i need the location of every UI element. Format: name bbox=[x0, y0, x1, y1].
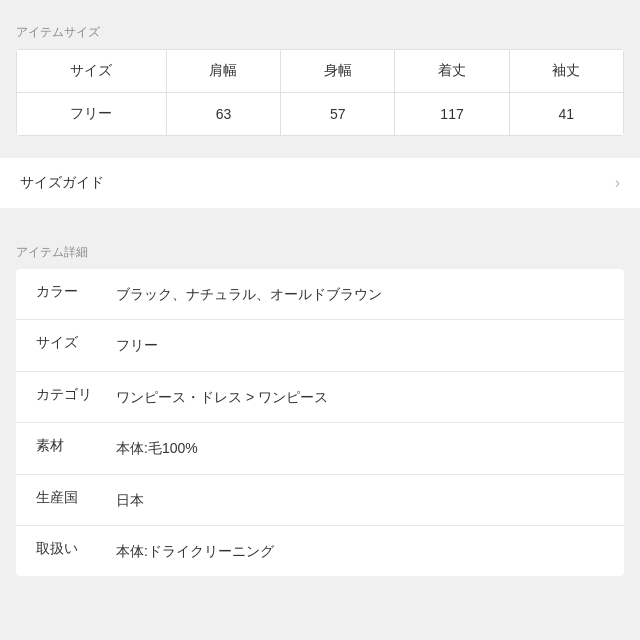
size-guide-label: サイズガイド bbox=[20, 174, 104, 192]
detail-row: 素材本体:毛100% bbox=[16, 423, 624, 474]
detail-value: ブラック、ナチュラル、オールドブラウン bbox=[116, 283, 604, 305]
size-table-wrapper: サイズ肩幅身幅着丈袖丈 フリー635711741 bbox=[16, 49, 624, 136]
detail-key: 生産国 bbox=[36, 489, 116, 507]
table-header-cell: 袖丈 bbox=[509, 50, 623, 93]
table-cell: 63 bbox=[166, 93, 280, 136]
top-spacer bbox=[0, 0, 640, 12]
details-table-wrapper: カラーブラック、ナチュラル、オールドブラウンサイズフリーカテゴリワンピース・ドレ… bbox=[16, 269, 624, 576]
size-guide-row[interactable]: サイズガイド › bbox=[0, 158, 640, 208]
detail-key: 取扱い bbox=[36, 540, 116, 558]
table-cell: 41 bbox=[509, 93, 623, 136]
table-header-cell: 肩幅 bbox=[166, 50, 280, 93]
table-header-cell: 身幅 bbox=[281, 50, 395, 93]
detail-row: 取扱い本体:ドライクリーニング bbox=[16, 526, 624, 576]
table-cell: 57 bbox=[281, 93, 395, 136]
detail-value: 本体:ドライクリーニング bbox=[116, 540, 604, 562]
item-size-section: アイテムサイズ サイズ肩幅身幅着丈袖丈 フリー635711741 bbox=[0, 12, 640, 142]
detail-row: サイズフリー bbox=[16, 320, 624, 371]
table-header-row: サイズ肩幅身幅着丈袖丈 bbox=[17, 50, 624, 93]
detail-row: カテゴリワンピース・ドレス > ワンピース bbox=[16, 372, 624, 423]
detail-value: ワンピース・ドレス > ワンピース bbox=[116, 386, 604, 408]
detail-key: カテゴリ bbox=[36, 386, 116, 404]
table-header-cell: 着丈 bbox=[395, 50, 509, 93]
detail-value: 本体:毛100% bbox=[116, 437, 604, 459]
detail-value: 日本 bbox=[116, 489, 604, 511]
detail-key: 素材 bbox=[36, 437, 116, 455]
detail-key: サイズ bbox=[36, 334, 116, 352]
item-size-label: アイテムサイズ bbox=[16, 24, 624, 41]
table-cell: フリー bbox=[17, 93, 167, 136]
divider-1 bbox=[0, 142, 640, 158]
item-details-section: アイテム詳細 カラーブラック、ナチュラル、オールドブラウンサイズフリーカテゴリワ… bbox=[0, 232, 640, 582]
divider-2 bbox=[0, 208, 640, 224]
chevron-right-icon: › bbox=[615, 174, 620, 192]
table-cell: 117 bbox=[395, 93, 509, 136]
item-details-label: アイテム詳細 bbox=[16, 244, 624, 261]
detail-value: フリー bbox=[116, 334, 604, 356]
detail-row: 生産国日本 bbox=[16, 475, 624, 526]
table-row: フリー635711741 bbox=[17, 93, 624, 136]
size-table: サイズ肩幅身幅着丈袖丈 フリー635711741 bbox=[16, 49, 624, 136]
table-header-cell: サイズ bbox=[17, 50, 167, 93]
detail-key: カラー bbox=[36, 283, 116, 301]
detail-row: カラーブラック、ナチュラル、オールドブラウン bbox=[16, 269, 624, 320]
